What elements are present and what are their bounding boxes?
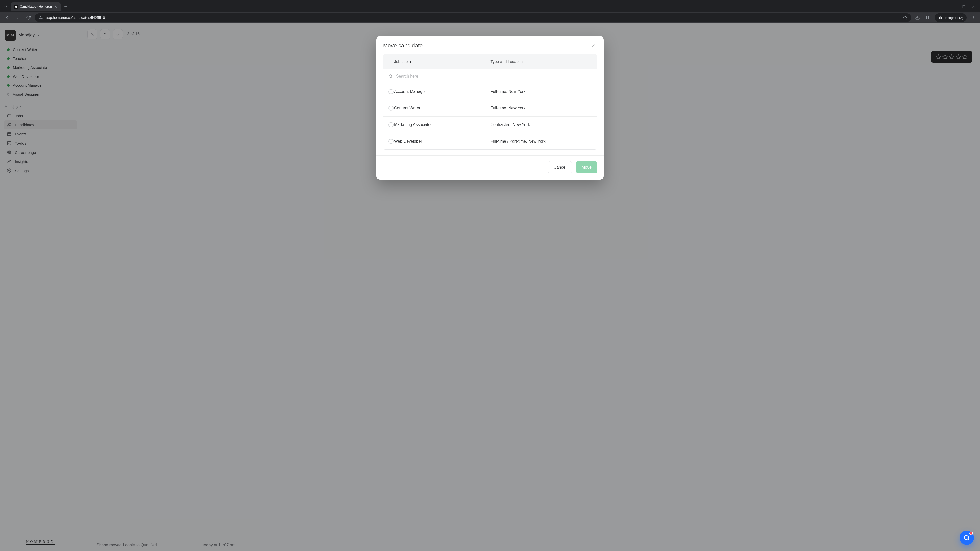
table-row[interactable]: Account Manager Full-time, New York [383,83,597,100]
incognito-label: Incognito (2) [945,16,963,20]
search-icon [388,74,393,79]
move-candidate-modal: Move candidate Job title ▲ Type and Loca… [376,36,604,179]
window-controls: ─ ❐ ✕ [953,5,978,9]
radio-unselected-icon[interactable] [388,89,393,94]
column-label: Job title [394,59,407,64]
notification-badge-icon [969,532,973,535]
browser-toolbar: app.homerun.co/candidates/5425510 Incogn… [0,12,980,24]
svg-line-37 [391,77,392,78]
table-row[interactable]: Web Developer Full-time / Part-time, New… [383,133,597,149]
row-job-title: Web Developer [394,139,490,144]
browser-tabstrip: H Candidates · Homerun ✕ ─ ❐ ✕ [0,0,980,12]
row-meta: Full-time, New York [490,89,592,94]
row-meta: Full-time / Part-time, New York [490,139,592,144]
tab-search-button[interactable] [2,3,9,10]
column-type-location[interactable]: Type and Location [490,59,592,64]
nav-reload-button[interactable] [24,13,33,22]
modal-scrim[interactable]: Move candidate Job title ▲ Type and Loca… [0,24,980,551]
row-meta: Contracted, New York [490,122,592,127]
nav-forward-button[interactable] [13,13,22,22]
help-fab[interactable] [959,530,974,545]
svg-marker-6 [903,16,907,19]
cancel-button[interactable]: Cancel [548,161,572,173]
nav-back-button[interactable] [3,13,11,22]
modal-footer: Cancel Move [376,156,604,179]
modal-close-button[interactable] [589,42,597,49]
sort-asc-icon: ▲ [409,60,412,63]
radio-unselected-icon[interactable] [388,106,393,111]
incognito-indicator[interactable]: Incognito (2) [935,13,967,22]
table-search-row [383,69,597,83]
bookmark-icon[interactable] [903,15,907,20]
svg-point-14 [973,19,974,19]
svg-point-36 [389,75,392,78]
row-meta: Full-time, New York [490,106,592,110]
table-row[interactable]: Content Writer Full-time, New York [383,100,597,116]
tab-title: Candidates · Homerun [20,5,52,8]
tab-favicon: H [14,5,18,9]
radio-unselected-icon[interactable] [388,139,393,144]
radio-unselected-icon[interactable] [388,122,393,127]
move-button[interactable]: Move [576,161,597,173]
new-tab-button[interactable] [62,3,69,10]
sidepanel-button[interactable] [924,13,932,22]
window-maximize[interactable]: ❐ [962,5,966,9]
browser-menu-button[interactable] [969,13,977,22]
address-bar[interactable]: app.homerun.co/candidates/5425510 [35,13,911,22]
column-job-title[interactable]: Job title ▲ [394,59,490,64]
job-picker-table: Job title ▲ Type and Location Account Ma… [383,54,597,150]
window-close[interactable]: ✕ [971,5,975,9]
table-header: Job title ▲ Type and Location [383,54,597,69]
url-text: app.homerun.co/candidates/5425510 [46,16,105,20]
tab-close-button[interactable]: ✕ [54,5,58,9]
site-settings-icon[interactable] [38,15,43,20]
row-job-title: Content Writer [394,106,490,110]
svg-point-12 [973,16,974,17]
downloads-button[interactable] [913,13,922,22]
app-root: M M Moodjoy ▾ Content Writer Teacher Mar… [0,24,980,551]
row-job-title: Account Manager [394,89,490,94]
svg-point-13 [973,17,974,18]
modal-title: Move candidate [383,42,423,49]
svg-line-39 [968,539,969,540]
window-minimize[interactable]: ─ [953,5,957,9]
row-job-title: Marketing Associate [394,122,490,127]
table-row[interactable]: Marketing Associate Contracted, New York [383,116,597,133]
job-search-input[interactable] [396,74,592,79]
svg-rect-8 [926,16,930,19]
svg-point-38 [964,535,968,539]
browser-tab[interactable]: H Candidates · Homerun ✕ [11,2,61,11]
